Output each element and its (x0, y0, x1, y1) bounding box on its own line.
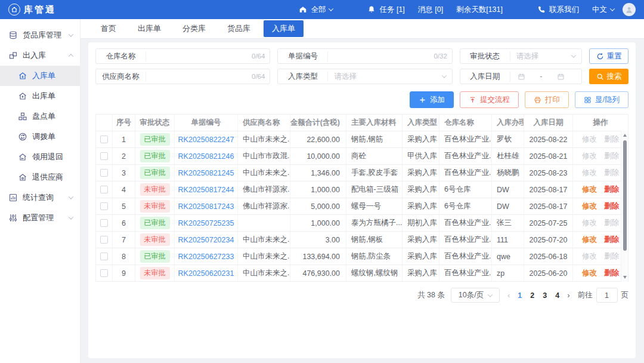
doc-no-link[interactable]: RK20250821246 (178, 152, 234, 161)
table-row[interactable]: 5 未审批 RK20250817243 佛山市祥源家... 5,000.00 螺… (96, 198, 628, 215)
table-row[interactable]: 3 已审批 RK20250821245 中山市未来之... 1,346.00 手… (96, 165, 628, 182)
sidebar-item-stats-query[interactable]: 统计查询 (0, 187, 80, 208)
show-hide-columns-button[interactable]: 显/隐列 (575, 91, 628, 108)
stats-icon (8, 193, 18, 202)
contact-us[interactable]: 联系我们 (537, 5, 579, 15)
doc-no-link[interactable]: RK20250620231 (178, 269, 234, 278)
tasks-item[interactable]: 任务 [1] (367, 5, 404, 15)
row-checkbox[interactable] (100, 236, 108, 244)
tab-goods[interactable]: 货品库 (219, 20, 259, 37)
goto-page-input[interactable] (596, 288, 618, 303)
row-checkbox[interactable] (100, 169, 108, 177)
reset-button[interactable]: 重置 (589, 48, 628, 64)
table-row[interactable]: 6 已审批 RK20250725235 1,000.00 泰为方瓶橘子... 期… (96, 215, 628, 232)
sidebar-item-inbound-order[interactable]: 入库单 (0, 66, 80, 86)
row-checkbox[interactable] (100, 186, 108, 193)
doc-no-link[interactable]: RK20250627233 (178, 253, 234, 261)
sidebar-item-goods-mgmt[interactable]: 货品库管理 (0, 25, 80, 45)
doc-no-link[interactable]: RK20250817244 (178, 186, 234, 194)
table-row[interactable]: 1 已审批 RK20250822247 中山市未来之... 22,600.00 … (96, 131, 628, 148)
edit-link[interactable]: 修改 (582, 184, 597, 195)
print-button[interactable]: 打印 (525, 91, 569, 108)
sidebar-item-transfer-order[interactable]: 调拨单 (0, 127, 80, 147)
warehouse-name-input[interactable] (146, 52, 252, 60)
scroll-down-arrow[interactable] (623, 276, 627, 279)
row-checkbox[interactable] (100, 269, 108, 277)
table-row[interactable]: 4 未审批 RK20250817244 佛山市祥源家... 1,000.00 配… (96, 182, 628, 198)
header-checkbox-cell (96, 115, 113, 131)
doc-no-link[interactable]: RK20250720234 (178, 236, 234, 244)
calendar-icon[interactable] (518, 73, 525, 81)
inbound-type-cell: 采购入库 (402, 182, 439, 198)
row-checkbox[interactable] (100, 219, 108, 227)
char-counter: 0/64 (252, 53, 270, 60)
sidebar-item-in-out[interactable]: 出入库 (0, 45, 80, 66)
edit-link[interactable]: 修改 (582, 235, 597, 245)
approval-status-select[interactable]: 请选择 (510, 51, 581, 61)
doc-no-link[interactable]: RK20250821245 (178, 169, 234, 177)
supplier-name-input[interactable] (146, 72, 252, 81)
scrollbar-thumb[interactable] (623, 140, 627, 251)
row-checkbox[interactable] (100, 202, 108, 210)
status-badge: 未审批 (140, 267, 170, 279)
warehouse-cell: 百色林业产业... (439, 131, 492, 147)
next-page-arrow[interactable]: › (565, 291, 571, 300)
search-button[interactable]: 搜索 (589, 69, 628, 84)
row-checkbox[interactable] (100, 136, 108, 143)
tab-outbound[interactable]: 出库单 (129, 20, 169, 37)
table-row[interactable]: 7 未审批 RK20250720234 中山市未来之... 3.00 钢筋,钢板… (96, 232, 628, 248)
table-header-row: 序号 审批状态 单据编号 供应商名称 金额合计(含税) 主要入库材料 入库类型 … (96, 115, 628, 131)
doc-no-link[interactable]: RK20250817243 (178, 202, 234, 211)
amount-cell: 10,000.00 (290, 148, 346, 164)
sidebar-item-config-mgmt[interactable]: 配置管理 (0, 208, 80, 228)
doc-no-link[interactable]: RK20250822247 (178, 136, 234, 144)
delete-link[interactable]: 删除 (604, 201, 619, 211)
sidebar-item-outbound-order[interactable]: 出库单 (0, 86, 80, 106)
edit-link[interactable]: 修改 (582, 201, 597, 211)
status-badge: 未审批 (140, 233, 170, 246)
page-1[interactable]: 1 (518, 291, 522, 300)
printer-icon (534, 96, 541, 104)
tab-category[interactable]: 分类库 (174, 20, 214, 37)
language-selector[interactable]: 中文 (592, 5, 614, 15)
user-avatar[interactable] (623, 3, 636, 16)
scope-selector[interactable]: 全部 (299, 5, 333, 15)
doc-no-link[interactable]: RK20250725235 (178, 219, 234, 227)
table-row[interactable]: 8 已审批 RK20250627233 中山市未来之... 133,694.00… (96, 248, 628, 265)
chevron-down-icon (69, 194, 73, 199)
row-checkbox[interactable] (100, 152, 108, 160)
upload-icon (469, 96, 476, 104)
sidebar-item-requisition-return[interactable]: 领用退回 (0, 147, 80, 167)
materials-cell: 钢筋,防尘条 (346, 248, 402, 264)
house-out-icon (18, 91, 27, 101)
sidebar-item-return-supplier[interactable]: 退供应商 (0, 167, 80, 187)
row-index: 3 (113, 165, 135, 181)
page-4[interactable]: 4 (555, 291, 559, 300)
page-3[interactable]: 3 (543, 291, 547, 300)
sidebar-item-stocktake-order[interactable]: 盘点单 (0, 106, 80, 127)
delete-link: 删除 (604, 134, 619, 144)
calendar-icon[interactable] (557, 73, 565, 81)
page-size-select[interactable]: 10条/页 (451, 288, 500, 303)
delete-link[interactable]: 删除 (604, 268, 619, 278)
submit-flow-button[interactable]: 提交流程 (460, 91, 519, 108)
page-2[interactable]: 2 (530, 291, 534, 300)
edit-link[interactable]: 修改 (582, 268, 597, 278)
scroll-up-arrow[interactable] (623, 134, 627, 137)
delete-link[interactable]: 删除 (604, 184, 619, 195)
table-row[interactable]: 2 已审批 RK20250821246 中山市市政混... 10,000.00 … (96, 148, 628, 165)
delete-link[interactable]: 删除 (604, 235, 619, 245)
app-logo[interactable]: 库管通 (8, 4, 56, 16)
tab-home[interactable]: 首页 (92, 20, 125, 37)
inbound-type-select[interactable]: 请选择 (328, 72, 451, 82)
doc-no-input[interactable] (328, 52, 434, 60)
row-checkbox[interactable] (100, 253, 108, 260)
messages-item[interactable]: 消息 [0] (418, 5, 443, 15)
add-button[interactable]: 添加 (410, 91, 454, 108)
inbound-orders-table: 序号 审批状态 单据编号 供应商名称 金额合计(含税) 主要入库材料 入库类型 … (95, 114, 628, 282)
status-badge: 已审批 (140, 217, 170, 229)
warehouse-cell: 百色林业产业... (439, 265, 492, 281)
handler-cell: 杜桂雄 (492, 148, 524, 164)
tab-inbound[interactable]: 入库单 (264, 20, 304, 37)
table-row[interactable]: 9 未审批 RK20250620231 中山市未来之... 476,930.00… (96, 265, 628, 282)
